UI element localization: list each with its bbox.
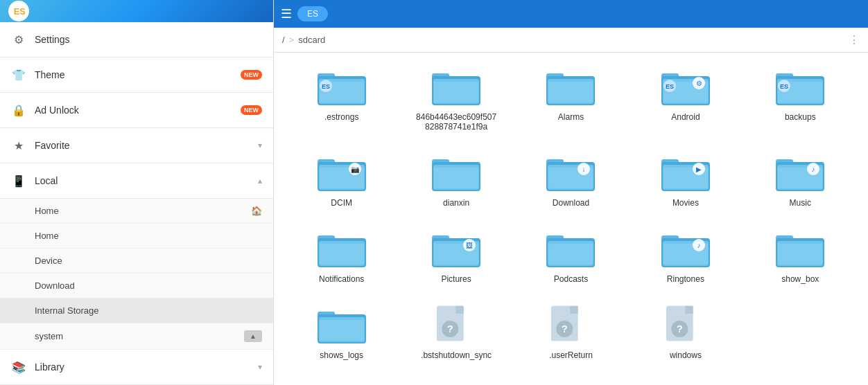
file-icon-android: ES ⚙	[661, 66, 710, 108]
sidebar-item-theme[interactable]: 👕 Theme NEW	[0, 57, 273, 93]
file-item-userreturn[interactable]: ? .userReturn	[517, 298, 625, 367]
sub-internal-label: Internal Storage	[35, 305, 99, 316]
file-icon-estrongs: ES	[318, 66, 366, 108]
file-label-android: Android	[671, 112, 700, 122]
sub-item-home1[interactable]: Home 🏠	[0, 199, 273, 224]
file-item-android[interactable]: ES ⚙ Android	[632, 60, 739, 138]
file-item-dianxin[interactable]: dianxin	[402, 145, 510, 215]
file-item-dcim[interactable]: 📷 DCIM	[288, 145, 395, 215]
file-item-estrongs[interactable]: ES .estrongs	[288, 60, 395, 138]
phone-icon: 📱	[11, 173, 26, 188]
file-label-hash-folder: 846b44643ec609f507828878741e1f9a	[415, 112, 498, 132]
file-label-shows_logs: shows_logs	[320, 350, 363, 360]
star-icon: ★	[11, 138, 26, 153]
svg-text:↓: ↓	[582, 165, 586, 173]
file-item-windows[interactable]: ? windows	[632, 298, 739, 367]
file-label-dcim: DCIM	[331, 198, 352, 208]
settings-label: Settings	[35, 34, 262, 45]
file-icon-download: ↓	[546, 152, 595, 194]
svg-rect-92	[571, 306, 578, 314]
local-label: Local	[35, 175, 258, 186]
sub-item-home2[interactable]: Home	[0, 224, 273, 249]
theme-label: Theme	[35, 69, 236, 80]
svg-rect-84	[320, 320, 364, 341]
file-icon-dianxin	[432, 152, 480, 194]
file-item-download[interactable]: ↓ Download	[517, 145, 625, 215]
svg-text:▶: ▶	[696, 165, 702, 173]
file-icon-backups: ES	[776, 66, 824, 108]
file-item-bstshutdown[interactable]: ? .bstshutdown_sync	[402, 298, 510, 367]
svg-rect-70	[548, 244, 593, 265]
breadcrumb-end-icon: ⋮	[849, 33, 860, 46]
breadcrumb-root[interactable]: /	[282, 35, 285, 45]
file-item-pictures[interactable]: 🖼 Pictures	[402, 222, 510, 291]
sub-item-internal-storage[interactable]: Internal Storage	[0, 298, 273, 323]
menu-icon[interactable]: ☰	[281, 6, 292, 21]
sub-item-device[interactable]: Device	[0, 249, 273, 274]
file-item-alarms[interactable]: Alarms	[517, 60, 625, 138]
file-label-backups: backups	[785, 112, 816, 122]
file-item-backups[interactable]: ES backups	[747, 60, 854, 138]
theme-badge: NEW	[241, 70, 262, 80]
favorite-chevron: ▾	[258, 141, 262, 150]
svg-text:📷: 📷	[351, 165, 360, 174]
breadcrumb-current[interactable]: sdcard	[298, 35, 325, 45]
svg-rect-80	[778, 244, 822, 265]
file-item-movies[interactable]: ▶ Movies	[632, 145, 739, 215]
svg-rect-97	[686, 306, 693, 314]
library-label: Library	[35, 361, 258, 373]
file-label-download: Download	[553, 198, 589, 208]
svg-text:ES: ES	[322, 83, 330, 90]
svg-text:?: ?	[562, 323, 568, 334]
file-icon-bstshutdown: ?	[432, 305, 480, 346]
sidebar-item-settings[interactable]: ⚙ Settings	[0, 22, 273, 57]
breadcrumb-separator: >	[289, 35, 295, 45]
favorite-label: Favorite	[35, 140, 258, 151]
svg-rect-38	[434, 168, 478, 188]
sidebar-item-ad-unlock[interactable]: 🔒 Ad Unlock NEW	[0, 93, 273, 128]
file-item-music[interactable]: ♪ Music	[747, 145, 854, 215]
file-icon-ringtones: ♪	[661, 229, 710, 270]
file-icon-music: ♪	[776, 152, 824, 194]
file-label-dianxin: dianxin	[443, 198, 469, 208]
svg-text:🖼: 🖼	[466, 242, 473, 249]
svg-rect-60	[320, 244, 364, 265]
file-item-ringtones[interactable]: ♪ Ringtones	[632, 222, 739, 291]
main-toolbar: ☰ ES	[274, 0, 868, 28]
file-icon-userreturn: ?	[546, 305, 595, 346]
file-label-ringtones: Ringtones	[667, 274, 704, 284]
file-icon-shows_logs	[318, 305, 366, 346]
sub-home2-label: Home	[35, 231, 59, 241]
sub-home1-label: Home	[35, 206, 59, 216]
file-icon-dcim: 📷	[318, 152, 366, 194]
ad-unlock-badge: NEW	[241, 105, 262, 115]
scroll-button[interactable]: ▲	[244, 330, 262, 342]
svg-rect-14	[548, 82, 593, 102]
toolbar-tab-active[interactable]: ES	[297, 6, 328, 21]
svg-text:?: ?	[447, 323, 453, 334]
svg-text:⚙: ⚙	[695, 80, 702, 87]
file-item-hash-folder[interactable]: 846b44643ec609f507828878741e1f9a	[402, 60, 510, 138]
local-chevron: ▴	[258, 176, 262, 186]
library-chevron: ▾	[258, 362, 262, 372]
sidebar-item-library[interactable]: 📚 Library ▾	[0, 350, 273, 385]
sidebar-item-local[interactable]: 📱 Local ▴	[0, 163, 273, 199]
file-item-shows_logs[interactable]: shows_logs	[288, 298, 395, 367]
sub-item-system[interactable]: system ▲	[0, 323, 273, 350]
sub-item-download[interactable]: Download	[0, 274, 273, 298]
file-item-show_box[interactable]: show_box	[747, 222, 854, 291]
svg-text:♪: ♪	[812, 165, 815, 173]
sub-system-label: system	[35, 331, 63, 341]
home-icon: 🏠	[251, 206, 262, 216]
sidebar-item-favorite[interactable]: ★ Favorite ▾	[0, 128, 273, 163]
file-item-notifications[interactable]: Notifications	[288, 222, 395, 291]
file-label-movies: Movies	[672, 198, 699, 208]
file-label-userreturn: .userReturn	[549, 350, 593, 360]
lock-icon: 🔒	[11, 102, 26, 118]
file-icon-notifications	[318, 229, 366, 270]
sub-device-label: Device	[35, 256, 62, 266]
file-item-podcasts[interactable]: Podcasts	[517, 222, 625, 291]
app-logo: ES	[8, 1, 29, 21]
file-icon-pictures: 🖼	[432, 229, 480, 270]
file-icon-podcasts	[546, 229, 595, 270]
